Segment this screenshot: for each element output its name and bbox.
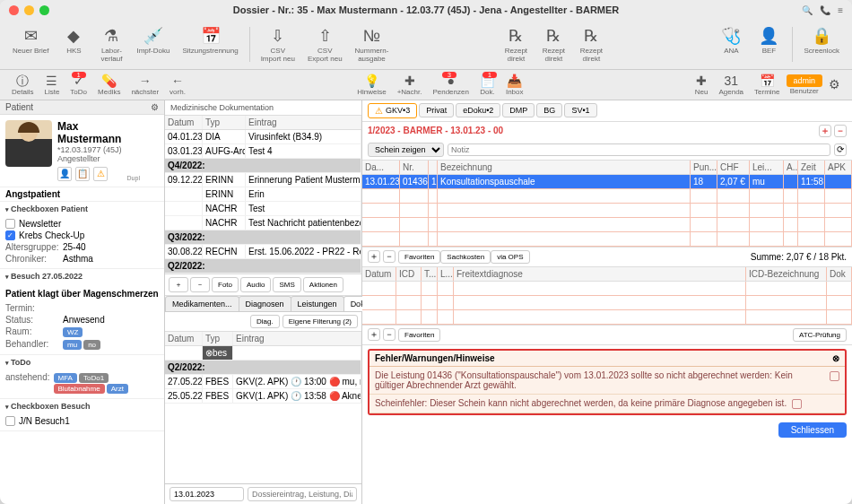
toolbar-termine[interactable]: 📅Termine (750, 73, 784, 97)
close-errors-icon[interactable]: ⊗ (832, 353, 839, 363)
toolbar-primary: ✉Neuer Brief◆HKS⚗Labor- verlauf💉Impf-Dok… (0, 20, 852, 70)
btn-＋[interactable]: ＋ (169, 277, 188, 292)
toolbar-inbox[interactable]: 📥Inbox (501, 73, 528, 97)
toolbar-agenda[interactable]: 31Agenda (714, 73, 748, 97)
toolbar-impf-doku[interactable]: 💉Impf-Doku (131, 23, 175, 57)
tab-DMP[interactable]: DMP (502, 103, 535, 117)
patient-status: Angstpatient (0, 187, 164, 202)
table-row[interactable]: 25.05.22FBESGKV(1. APK) 🕐 13:58 🔴 Akne c… (165, 389, 361, 404)
error-checkbox[interactable] (792, 399, 802, 409)
gear-icon[interactable]: ⚙ (151, 102, 159, 112)
notiz-input[interactable] (448, 143, 830, 156)
tab-BG[interactable]: BG (536, 103, 562, 117)
tab-Leistungen[interactable]: Leistungen (291, 296, 344, 311)
toolbar-neu[interactable]: ✚Neu (691, 73, 713, 97)
tab-Privat[interactable]: Privat (419, 103, 454, 117)
toolbar-mediks[interactable]: 💊Mediks (93, 73, 125, 97)
remove-diag-button[interactable]: － (383, 328, 396, 341)
table-row[interactable]: 27.05.22FBESGKV(2. APK) 🕐 13:00 🔴 mu, no… (165, 375, 361, 389)
section-header[interactable]: Checkboxen Patient (0, 202, 164, 216)
close-button[interactable]: Schliessen (778, 422, 847, 438)
toolbar-ana[interactable]: 🩺ANA (713, 23, 749, 57)
toolbar-labor-verlauf[interactable]: ⚗Labor- verlauf (93, 23, 129, 65)
patient-panel-title: Patient (5, 102, 33, 112)
toolbar-bef[interactable]: 👤BEF (751, 23, 787, 57)
atc-button[interactable]: ATC-Prüfung (793, 328, 847, 342)
toolbar--nachr-[interactable]: ✚+Nachr. (393, 73, 427, 97)
patient-panel: Patient⚙ Max Mustermann *12.03.1977 (45J… (0, 100, 165, 504)
checkbox[interactable] (5, 416, 15, 426)
service-row[interactable]: 13.01.23014361Konsultationspauschale182,… (362, 175, 852, 189)
error-item: Scheinfehler: Dieser Schein kann nicht a… (369, 395, 845, 413)
toolbar-pendenzen[interactable]: ●Pendenzen (428, 73, 473, 97)
table-row[interactable]: ERINNErin (165, 187, 361, 202)
person-icon[interactable]: 👤 (57, 167, 72, 181)
toolbar-csv-import-neu[interactable]: ⇩CSV Import neu (256, 23, 300, 65)
section-header[interactable]: Besuch 27.05.2022 (0, 269, 164, 283)
table-row[interactable]: 09.12.22ERINNErinnerung Patient Musterma… (165, 173, 361, 187)
add-service-button[interactable]: ＋ (368, 250, 380, 263)
toolbar-csv-export-neu[interactable]: ⇧CSV Export neu (302, 23, 348, 65)
toolbar-sitzungstrennung[interactable]: 📅Sitzungstrennung (177, 23, 243, 57)
search-icon[interactable]: 🔍 (802, 5, 813, 15)
toolbar-rezept-direkt[interactable]: ℞Rezept direkt (498, 23, 534, 65)
warning-icon[interactable]: ⚠ (93, 167, 108, 181)
remove-service-button[interactable]: － (383, 250, 396, 263)
toolbar-todo[interactable]: ✓ToDo (65, 73, 91, 97)
add-diag-button[interactable]: ＋ (368, 328, 380, 341)
admin-button[interactable]: admin (787, 74, 823, 87)
app-window: Dossier - Nr.: 35 - Max Mustermann - 12.… (0, 0, 852, 504)
tab-⚠ GKV•3[interactable]: ⚠ GKV•3 (368, 103, 417, 118)
case-header: 1/2023 - BARMER - 13.01.23 - 00 (368, 126, 503, 135)
btn-Aktionen[interactable]: Aktionen (303, 277, 343, 292)
toolbar-[interactable]: ⚙ (824, 76, 845, 92)
tab-SV•1[interactable]: SV•1 (564, 103, 596, 117)
toolbar-rezept-direkt[interactable]: ℞Rezept direkt (573, 23, 609, 65)
checkbox[interactable] (5, 219, 15, 229)
toolbar-liste[interactable]: ☰Liste (39, 73, 64, 97)
table-row[interactable]: NACHRTest (165, 202, 361, 216)
toolbar-neuer-brief[interactable]: ✉Neuer Brief (7, 23, 54, 57)
phone-icon[interactable]: 📞 (820, 5, 830, 15)
tab-eDoku•2[interactable]: eDoku•2 (456, 103, 500, 117)
meddoc-panel: Medizinische Dokumentation DatumTypEintr… (165, 100, 362, 504)
dupl-label: Dupl (127, 175, 140, 181)
menu-icon[interactable]: ≡ (838, 5, 843, 15)
table-row[interactable]: 03.01.23AUFG-ArchivTest 4 (165, 144, 361, 159)
toolbar-nummern-ausgabe[interactable]: №Nummern- ausgabe (350, 23, 395, 65)
toolbar-rezept-direkt[interactable]: ℞Rezept direkt (535, 23, 571, 65)
toolbar-hinweise[interactable]: 💡Hinweise (352, 73, 390, 97)
table-row[interactable]: NACHRTest Nachricht patientenbezogen (165, 216, 361, 230)
patient-name: Max Mustermann (57, 120, 122, 145)
titlebar: Dossier - Nr.: 35 - Max Mustermann - 12.… (0, 0, 852, 20)
toolbar-secondary: ⓘDetails☰Liste✓ToDo💊Mediks→nächster←vorh… (0, 70, 852, 100)
date-input[interactable] (170, 487, 244, 501)
toolbar-screenlock[interactable]: 🔒Screenlock (798, 23, 845, 57)
entry-input[interactable] (248, 487, 357, 501)
btn-Audio[interactable]: Audio (240, 277, 271, 292)
toolbar-dok-[interactable]: 📄Dok. (475, 73, 500, 97)
section-header[interactable]: ToDo (0, 355, 164, 369)
tab-Medikamenten...[interactable]: Medikamenten... (165, 296, 239, 311)
table-row[interactable]: 30.08.22RECHNErst. 15.06.2022 - PR22 - R… (165, 245, 361, 259)
remove-button[interactable]: － (834, 125, 847, 137)
btn-Foto[interactable]: Foto (212, 277, 239, 292)
btn-SMS[interactable]: SMS (273, 277, 300, 292)
billing-panel: ⚠ GKV•3PrivateDoku•2DMPBGSV•1 1/2023 - B… (362, 100, 852, 504)
toolbar-hks[interactable]: ◆HKS (56, 23, 91, 57)
favoriten-button[interactable]: Favoriten (398, 328, 440, 342)
doc-icon[interactable]: 📋 (75, 167, 90, 181)
toolbar-details[interactable]: ⓘDetails (7, 73, 38, 97)
checkbox[interactable]: ✓ (5, 230, 15, 240)
schein-select[interactable]: Schein zeigen (368, 143, 444, 157)
section-header[interactable]: Checkboxen Besuch (0, 399, 164, 413)
add-button[interactable]: ＋ (819, 125, 831, 137)
error-item: Die Leistung 01436 ("Konsultationspausch… (369, 367, 845, 395)
toolbar-vorh-[interactable]: ←vorh. (165, 73, 190, 97)
error-checkbox[interactable] (830, 371, 839, 381)
btn-－[interactable]: － (190, 277, 210, 292)
refresh-icon[interactable]: ⟳ (834, 143, 847, 156)
toolbar-n-chster[interactable]: →nächster (126, 73, 163, 97)
tab-Diagnosen[interactable]: Diagnosen (239, 296, 291, 311)
table-row[interactable]: 04.01.23DIAVirusinfekt (B34.9) (165, 130, 361, 144)
